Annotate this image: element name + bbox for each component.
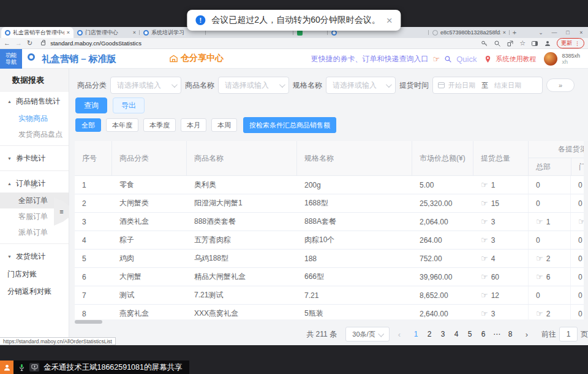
browser-tab[interactable]: 门店管理中心 ×: [74, 27, 140, 38]
header-category: 商品分类: [112, 141, 187, 175]
pickup-hand-icon: ☞: [481, 309, 488, 318]
header-spec: 规格名称: [297, 141, 412, 175]
page-button[interactable]: 3: [436, 330, 450, 338]
sidebar-group-goods-sales[interactable]: ▲ 商品销售统计: [0, 92, 69, 110]
caret-up-icon: ▲: [7, 99, 12, 104]
sidebar-item-physical-goods[interactable]: 实物商品: [0, 110, 69, 126]
table-vertical-scrollbar[interactable]: [584, 141, 588, 319]
update-label: 更新: [561, 39, 572, 47]
page-button[interactable]: 6: [477, 330, 490, 338]
sidebar-group-shipment-stats[interactable]: ▼ 发货统计: [0, 247, 69, 265]
expand-filters-button[interactable]: »: [546, 78, 575, 92]
window-close-button[interactable]: ×: [575, 29, 588, 36]
page-button[interactable]: ⋯: [490, 330, 503, 338]
profile-icon[interactable]: [544, 40, 551, 47]
chrome-update-button[interactable]: 更新 ⋮: [557, 38, 584, 48]
quick-search-icon[interactable]: [444, 55, 452, 63]
spec-select[interactable]: 请选择或输入: [326, 77, 396, 94]
share-icon[interactable]: [507, 40, 514, 47]
page-button[interactable]: 1: [409, 330, 423, 338]
system-tutorial-link[interactable]: 系统使用教程: [496, 55, 536, 64]
cell-market-price: 8,652.00: [412, 286, 473, 304]
category-select[interactable]: 请选择或输入: [110, 77, 181, 94]
prev-page-button[interactable]: ‹: [393, 330, 405, 339]
browser-tab-active[interactable]: 礼盒营销平台管理中心 ×: [1, 27, 74, 38]
page-button[interactable]: 4: [450, 330, 463, 338]
goto-page-input[interactable]: [559, 327, 578, 342]
zoom-icon[interactable]: [494, 40, 501, 47]
user-avatar[interactable]: [544, 52, 557, 66]
header-market-price: 市场价总额(¥): [412, 141, 473, 175]
screen-share-strip: 金禾通技术王斌18662591081的屏幕共享: [0, 345, 588, 374]
cell-name: 7.21测试: [187, 286, 297, 304]
key-icon[interactable]: [481, 40, 488, 47]
spec-placeholder: 请选择或输入: [333, 80, 386, 91]
page-size-select[interactable]: 30条/页: [345, 327, 390, 342]
scrollbar-thumb[interactable]: [75, 320, 102, 324]
tab-close-icon[interactable]: ×: [503, 29, 506, 36]
cell-market-price: 2,064.00: [412, 213, 473, 231]
side-panel-icon[interactable]: [531, 40, 538, 47]
pickup-hand-icon: ☞: [536, 254, 543, 263]
header-channel-group: 各提货渠道 总部 门店: [529, 141, 588, 175]
new-tab-button[interactable]: +: [510, 27, 519, 38]
info-icon: !: [195, 15, 205, 25]
range-tab[interactable]: 本周: [211, 118, 237, 132]
range-tab[interactable]: 本季度: [143, 118, 176, 132]
tab-close-icon[interactable]: ×: [133, 29, 136, 36]
close-icon[interactable]: ×: [386, 15, 393, 26]
cell-headquarters: ☞ 6: [528, 268, 571, 286]
warehouse-share-center-link[interactable]: 仓分享中心: [169, 53, 224, 64]
quick-search-label[interactable]: Quick: [456, 55, 477, 64]
summary-by-filter-button[interactable]: 按检索条件汇总商品销售额: [243, 117, 336, 133]
screen-share-icon[interactable]: [29, 363, 39, 372]
tab-title: e8c573980b1328a258fd2e6f8: [440, 29, 500, 36]
caret-up-icon: ▲: [7, 181, 12, 186]
sidebar-item-dispatch-orders[interactable]: 派单订单: [0, 224, 69, 240]
goods-sales-table: 序号 商品分类 商品名称 规格名称 市场价总额(¥) 提货总量 各提货渠道 总部…: [75, 141, 588, 319]
brand-title: 礼盒营销 – 标准版: [42, 53, 116, 65]
cell-spec: 肉粽10个: [297, 231, 412, 249]
window-minimize-button[interactable]: —: [548, 29, 561, 36]
window-maximize-button[interactable]: □: [561, 29, 575, 36]
range-tab[interactable]: 本月: [181, 118, 206, 132]
toolbar-icons: ☆ 更新 ⋮: [481, 38, 584, 48]
back-icon[interactable]: ←: [4, 40, 10, 47]
cell-category: 鸡肉: [112, 250, 187, 267]
page-button[interactable]: 8: [503, 330, 517, 338]
category-placeholder: 请选择或输入: [117, 80, 172, 91]
lock-icon[interactable]: [41, 42, 45, 45]
divider: [0, 145, 69, 146]
export-button[interactable]: 导出: [113, 97, 145, 113]
name-select[interactable]: 请选择或输入: [218, 77, 289, 94]
function-nav-button[interactable]: 功能 导航: [0, 49, 22, 69]
cell-headquarters: ☞ 0: [528, 231, 571, 249]
pickup-date-range-picker[interactable]: 开始日期 至 结束日期: [432, 77, 543, 94]
address-bar[interactable]: standard.maboy.cn/GoodsStatistics: [50, 40, 476, 47]
query-button[interactable]: 查询: [75, 97, 107, 113]
sidebar-title: 数据报表: [0, 69, 69, 92]
globe-icon: [432, 30, 438, 36]
sidebar-item-distribution-rebate[interactable]: 分销返利对账: [0, 283, 69, 300]
sidebar-item-shipment-inventory[interactable]: 发货商品盘点: [0, 126, 69, 142]
sidebar-group-coupon-stats[interactable]: ▼ 券卡统计: [0, 149, 69, 167]
forward-icon[interactable]: →: [15, 40, 22, 47]
page-button[interactable]: 2: [423, 330, 436, 338]
next-page-button[interactable]: ›: [521, 330, 533, 339]
tab-close-icon[interactable]: ×: [67, 29, 70, 36]
sharer-avatar-tile: [0, 361, 13, 374]
sidebar-item-store-reconciliation[interactable]: 门店对账: [0, 265, 69, 283]
table-row: 5 鸡肉 乌鸡188型 188 752.00 ☞ 4 ☞ 2 ☞ 0: [75, 250, 588, 268]
pickup-hand-icon: ☞: [481, 235, 488, 245]
range-tab[interactable]: 全部: [75, 118, 101, 132]
page-button[interactable]: 5: [463, 330, 477, 338]
microphone-icon[interactable]: [18, 364, 25, 372]
range-tab[interactable]: 本年度: [106, 118, 138, 132]
bookmark-star-icon[interactable]: ☆: [519, 40, 526, 47]
cell-category: 测试: [112, 286, 187, 304]
reload-icon[interactable]: ↻: [27, 40, 32, 47]
browser-tab[interactable]: e8c573980b1328a258fd2e6f8 ×: [429, 27, 510, 38]
main-content: 商品分类 请选择或输入 商品名称 请选择或输入 规格名称 请选择或输入 提货时间…: [69, 69, 588, 345]
browser-menu-icon[interactable]: ⋮: [575, 40, 580, 47]
tab-search-icon[interactable]: ⌄: [534, 29, 548, 36]
